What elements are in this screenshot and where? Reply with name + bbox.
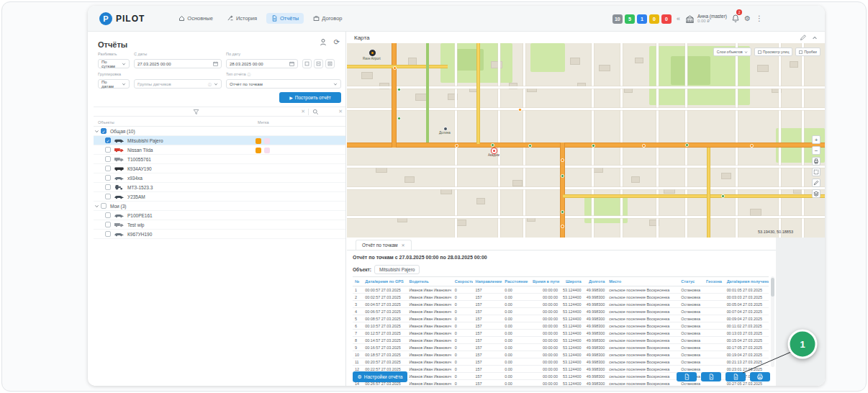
zoom-in-button[interactable]: + [812, 135, 820, 144]
clear-search-icon[interactable]: ✕ [335, 109, 345, 114]
column-header-Дата/время по GPS[interactable]: Дата/время по GPS [363, 277, 407, 286]
object-label-badge[interactable] [256, 148, 261, 153]
object-checkbox[interactable] [105, 166, 111, 171]
date-to-input[interactable]: 28.03.2025 00:00 [226, 59, 298, 68]
table-row[interactable]: 800:14:57 27.03.2025Иванов Иван Иванович… [353, 337, 769, 344]
object-row-х934ха[interactable]: х934ха [94, 173, 345, 183]
group-row-Мои (3)[interactable]: Мои (3) [94, 202, 345, 211]
calendar-icon[interactable] [213, 61, 218, 66]
object-checkbox[interactable] [105, 147, 111, 153]
status-counter[interactable]: 1 [637, 14, 647, 24]
object-row-МТЗ-1523.3[interactable]: МТЗ-1523.3 [94, 183, 345, 192]
map-edit-icon[interactable] [800, 31, 806, 44]
zoom-out-button[interactable]: − [812, 146, 820, 155]
clear-filter-icon[interactable]: ✕ [298, 109, 308, 114]
object-checkbox[interactable] [105, 231, 111, 237]
print-report-button[interactable] [750, 372, 770, 381]
export-pdf-button[interactable] [677, 372, 697, 381]
status-counter[interactable]: 5 [625, 14, 635, 24]
print-map-button[interactable] [812, 157, 820, 166]
object-row-Р100РЕ161[interactable]: Р100РЕ161 [94, 211, 345, 220]
user-menu[interactable]: Анна (master) 0.00 ₽ [685, 14, 727, 24]
export-excel-button[interactable] [701, 372, 721, 381]
collapse-map-icon[interactable] [812, 31, 818, 44]
status-counter[interactable]: 0 [661, 14, 672, 24]
map-canvas[interactable]: Rave Airport Долина Академ Слои объектов… [347, 43, 825, 238]
column-header-Время в пути[interactable]: Время в пути [530, 277, 560, 286]
objects-column-header[interactable]: Объекты [98, 120, 114, 125]
object-row-Mitsubishi Pajero[interactable]: ✓Mitsubishi Pajero [94, 136, 345, 145]
close-tab-icon[interactable]: ✕ [402, 243, 405, 248]
group-row-Общая (10)[interactable]: ✓Общая (10) [94, 127, 345, 136]
street-view-toggle[interactable]: Просмотр улиц [754, 48, 793, 56]
column-header-№[interactable]: № [353, 277, 363, 286]
table-row[interactable]: 500:08:57 27.03.2025Иванов Иван Иванович… [353, 315, 769, 322]
kebab-menu-icon[interactable]: ⋮ [756, 15, 763, 22]
refresh-icon[interactable]: ⟳ [334, 38, 340, 46]
table-row[interactable]: 1000:18:57 27.03.2025Иванов Иван Иванови… [353, 351, 769, 358]
table-row[interactable]: 600:10:57 27.03.2025Иванов Иван Иванович… [353, 322, 769, 330]
nav-item-Основные[interactable]: Основные [173, 13, 218, 24]
column-header-Направление[interactable]: Направление [473, 277, 502, 286]
map-poi-dolina[interactable]: Долина [439, 127, 451, 135]
column-header-Широта[interactable]: Широта [560, 277, 584, 286]
razbivka-select[interactable]: По суткам [98, 59, 130, 68]
column-header-Место[interactable]: Место [607, 277, 679, 286]
select-user-icon[interactable] [320, 38, 327, 46]
build-report-button[interactable]: ▶ Построить отчёт [279, 92, 341, 103]
report-scrollbar[interactable] [771, 276, 774, 367]
status-counter[interactable]: 10 [612, 14, 623, 24]
group-checkbox[interactable]: ✓ [101, 128, 107, 134]
object-row-К967УН190[interactable]: К967УН190 [94, 230, 345, 239]
object-label-badge[interactable] [256, 138, 261, 144]
map-poi-akadem[interactable]: Академ [488, 148, 499, 157]
object-checkbox[interactable] [105, 212, 111, 218]
status-counter[interactable]: 0 [649, 14, 659, 24]
object-row-У235АМ[interactable]: У235АМ [94, 192, 345, 202]
object-layers-button[interactable]: Слои объектов [713, 48, 751, 56]
object-checkbox[interactable] [105, 175, 111, 181]
nav-item-Договор[interactable]: Договор [308, 13, 347, 24]
settings-gear-icon[interactable]: ⚙ [744, 15, 751, 22]
draw-button[interactable] [812, 179, 820, 187]
object-checkbox[interactable]: ✓ [105, 137, 111, 143]
search-icon[interactable] [309, 105, 322, 118]
export-file-button[interactable] [725, 372, 746, 381]
column-header-Водитель[interactable]: Водитель [407, 277, 453, 286]
object-checkbox[interactable] [105, 194, 111, 199]
table-row[interactable]: 300:04:57 27.03.2025Иванов Иван Иванович… [353, 301, 769, 308]
traffic-toggle[interactable]: Пробки [795, 48, 820, 56]
table-row[interactable]: 400:06:57 27.03.2025Иванов Иван Иванович… [353, 308, 769, 315]
collapse-counters-icon[interactable]: « [677, 15, 680, 22]
object-row-Test wlp[interactable]: Test wlp [94, 220, 345, 230]
filter-funnel-icon[interactable] [94, 109, 298, 115]
object-label-badge[interactable] [264, 148, 270, 153]
table-row[interactable]: 1200:22:57 27.03.2025Иванов Иван Иванови… [353, 366, 769, 373]
select-area-button[interactable] [812, 168, 820, 176]
column-header-Долгота[interactable]: Долгота [584, 277, 607, 286]
report-type-select[interactable]: Отчёт по точкам [226, 79, 341, 89]
object-value-chip[interactable]: Mitsubishi Pajero [374, 265, 420, 274]
sensor-groups-select[interactable]: Группы датчиков ⓘ [134, 79, 222, 89]
object-label-badge[interactable] [264, 138, 270, 144]
table-row[interactable]: 100:00:57 27.03.2025Иванов Иван Иванович… [353, 286, 769, 294]
group-chevron-icon[interactable] [94, 204, 99, 209]
group-checkbox[interactable] [101, 203, 107, 209]
object-row-T10055761[interactable]: T10055761 [94, 155, 345, 164]
column-header-Скорость[interactable]: Скорость [453, 277, 474, 286]
quick-date-icon[interactable] [302, 59, 312, 68]
report-settings-button[interactable]: ⚙ Настройки отчёта [353, 371, 407, 382]
column-header-Дата/время получения[interactable]: Дата/время получения [725, 277, 769, 286]
table-row[interactable]: 900:16:57 27.03.2025Иванов Иван Иванович… [353, 344, 769, 351]
calendar-icon[interactable] [289, 61, 294, 66]
table-row[interactable]: 200:02:57 27.03.2025Иванов Иван Иванович… [353, 294, 769, 301]
grouping-select[interactable]: По датам [98, 79, 130, 89]
group-chevron-icon[interactable] [94, 129, 99, 134]
layers-button[interactable] [812, 189, 820, 198]
object-checkbox[interactable] [105, 184, 111, 190]
column-header-Расстояние[interactable]: Расстояние [502, 277, 530, 286]
object-checkbox[interactable] [105, 156, 111, 162]
table-row[interactable]: 700:12:57 27.03.2025Иванов Иван Иванович… [353, 330, 769, 337]
object-row-Nissan Tiida[interactable]: Nissan Tiida [94, 145, 345, 155]
report-tab[interactable]: Отчёт по точкам ✕ [356, 240, 412, 250]
